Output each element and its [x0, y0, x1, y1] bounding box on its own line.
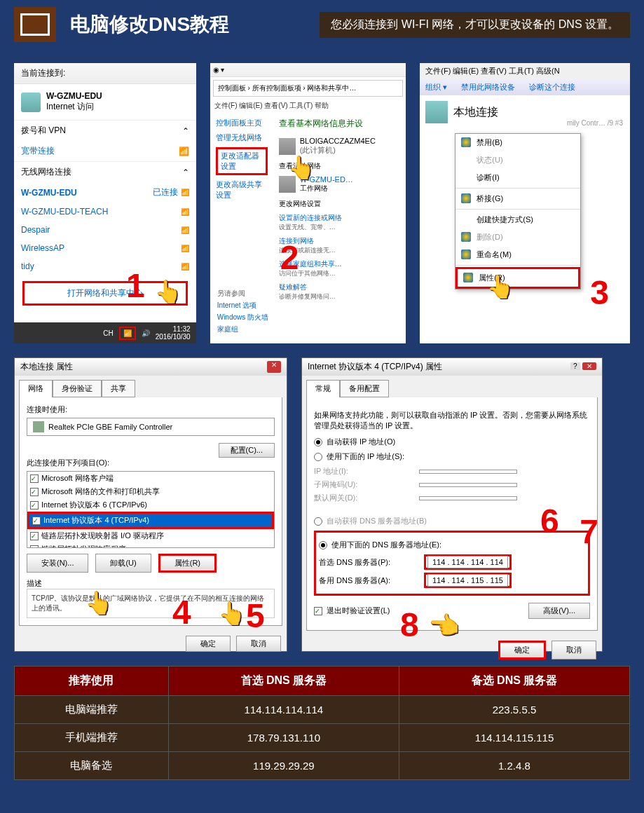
wifi-item[interactable]: W-GZMU-EDU已连接 📶 — [14, 182, 196, 203]
checkbox[interactable] — [30, 501, 39, 510]
dial-vpn-section[interactable]: 拨号和 VPN⌃ — [14, 120, 196, 141]
table-row: 电脑备选 119.29.29.29 1.2.4.8 — [15, 752, 630, 780]
cancel-button[interactable]: 取消 — [236, 636, 281, 652]
mask-input — [419, 483, 517, 487]
organize-button[interactable]: 组织 ▾ — [425, 82, 447, 93]
manage-wifi[interactable]: 管理无线网络 — [216, 132, 268, 143]
tab-alternate[interactable]: 备用配置 — [340, 380, 389, 397]
ok-button[interactable]: 确定 — [186, 636, 231, 652]
broadband-item[interactable]: 宽带连接📶 — [14, 141, 196, 161]
manual-ip-radio[interactable]: 使用下面的 IP 地址(S): — [314, 451, 590, 462]
dialog-title: Internet 协议版本 4 (TCP/IPv4) 属性 ? ✕ — [302, 358, 602, 376]
menubar[interactable]: 文件(F) 编辑(E) 查看(V) 工具(T) 高级(N — [420, 63, 630, 79]
checkbox[interactable] — [30, 488, 39, 496]
checkbox[interactable] — [30, 545, 39, 549]
taskbar: CH 📶 🔊 11:32 2016/10/30 — [14, 322, 196, 343]
checkbox[interactable] — [30, 532, 39, 540]
volume-icon[interactable]: 🔊 — [142, 329, 150, 337]
step-number: 2 — [280, 238, 299, 277]
tab-auth[interactable]: 身份验证 — [53, 380, 102, 397]
help-button[interactable]: ? — [570, 362, 580, 370]
context-bridge[interactable]: 桥接(G) — [455, 190, 580, 207]
change-adapter-link[interactable]: 更改适配器设置 — [216, 147, 268, 175]
uninstall-button[interactable]: 卸载(U) — [95, 554, 151, 573]
shield-icon — [461, 232, 471, 242]
breadcrumb[interactable]: 控制面板 › 所有控制面板项 › 网络和共享中… — [213, 80, 404, 97]
checkbox — [314, 607, 322, 615]
context-status: 状态(U) — [455, 151, 580, 169]
troubleshoot[interactable]: 疑难解答 — [279, 282, 401, 292]
advanced-sharing[interactable]: 更改高级共享设置 — [216, 179, 268, 200]
ip-input — [419, 470, 517, 474]
adapter-icon — [33, 421, 44, 432]
close-button[interactable]: ✕ — [582, 362, 596, 370]
disable-device-button[interactable]: 禁用此网络设备 — [461, 82, 515, 93]
properties-button[interactable]: 属性(R) — [158, 554, 217, 573]
tab-general[interactable]: 常规 — [306, 380, 340, 397]
auto-ip-radio[interactable]: 自动获得 IP 地址(O) — [314, 437, 590, 447]
wifi-item[interactable]: W-GZMU-EDU-TEACH📶 — [14, 203, 196, 221]
pointer-hand-icon: 👆 — [486, 273, 514, 300]
manual-dns-radio[interactable]: 使用下面的 DNS 服务器地址(E): — [319, 540, 585, 550]
wifi-item[interactable]: WirelessAP📶 — [14, 239, 196, 257]
tabs: 网络 身份验证 共享 — [19, 380, 282, 397]
diagnose-button[interactable]: 诊断这个连接 — [529, 82, 575, 93]
wifi-item[interactable]: Despair📶 — [14, 221, 196, 239]
see-also: 另请参阅 Internet 选项 Windows 防火墙 家庭组 — [217, 289, 268, 336]
connection-properties-dialog: 本地连接 属性 ✕ 网络 身份验证 共享 连接时使用: Realtek PCIe… — [14, 357, 287, 652]
context-diagnose[interactable]: 诊断(I) — [455, 169, 580, 186]
adapter-display: Realtek PCIe GBE Family Controller — [27, 418, 275, 436]
dns1-input[interactable]: 114 . 114 . 114 . 114 — [427, 556, 508, 568]
table-row: 手机端推荐 178.79.131.110 114.114.115.115 — [15, 724, 630, 752]
protocol-list[interactable]: Microsoft 网络客户端 Microsoft 网络的文件和打印机共享 In… — [27, 471, 275, 548]
step-number: 5 — [246, 596, 265, 635]
tab-sharing[interactable]: 共享 — [102, 380, 135, 397]
page-title: 电脑修改DNS教程 — [70, 11, 229, 38]
monitor-icon — [14, 7, 56, 42]
section-title: 查看基本网络信息并设 — [279, 118, 401, 130]
checkbox[interactable] — [30, 474, 39, 483]
context-properties[interactable]: 属性(R) — [455, 267, 580, 289]
context-shortcut[interactable]: 创建快捷方式(S) — [455, 211, 580, 228]
shield-icon — [461, 137, 471, 147]
current-label: 当前连接到: — [14, 63, 196, 84]
network-flyout: 当前连接到: W-GZMU-EDU Internet 访问 拨号和 VPN⌃ 宽… — [14, 63, 196, 343]
pointer-hand-icon: 👆 — [85, 589, 113, 616]
context-disable[interactable]: 禁用(B) — [455, 134, 580, 151]
adapter-settings: 文件(F) 编辑(E) 查看(V) 工具(T) 高级(N 组织 ▾ 禁用此网络设… — [420, 63, 630, 343]
menubar[interactable]: 文件(F) 编辑(E) 查看(V) 工具(T) 帮助 — [210, 100, 406, 112]
install-button[interactable]: 安装(N)... — [27, 554, 88, 573]
network-icon — [21, 93, 41, 112]
step-number: 4 — [172, 593, 191, 631]
checkbox — [32, 517, 41, 525]
shield-icon — [463, 273, 473, 282]
pointer-hand-icon: 👆 — [287, 154, 315, 181]
cancel-button[interactable]: 取消 — [551, 641, 596, 660]
header-note: 您必须连接到 WI-FI 网络，才可以更改设备的 DNS 设置。 — [320, 12, 630, 38]
tcpipv4-dialog: Internet 协议版本 4 (TCP/IPv4) 属性 ? ✕ 常规 备用配… — [301, 357, 603, 652]
tcpipv4-item[interactable]: Internet 协议版本 4 (TCP/IPv4) — [27, 512, 274, 529]
dns2-input[interactable]: 114 . 114 . 115 . 115 — [427, 574, 508, 587]
gateway-input — [419, 496, 517, 500]
ok-button[interactable]: 确定 — [498, 641, 546, 660]
pointer-hand-icon: 👆 — [218, 600, 246, 627]
wireless-section[interactable]: 无线网络连接⌃ — [14, 161, 196, 182]
step-number: 6 — [540, 502, 559, 540]
configure-button[interactable]: 配置(C)... — [219, 443, 275, 458]
control-panel-home[interactable]: 控制面板主页 — [216, 118, 268, 128]
context-rename[interactable]: 重命名(M) — [455, 246, 580, 264]
network-tray-icon[interactable]: 📶 — [119, 327, 136, 340]
dns-table: 推荐使用 首选 DNS 服务器 备选 DNS 服务器 电脑端推荐 114.114… — [14, 666, 630, 780]
sidebar: 控制面板主页 管理无线网络 更改适配器设置 更改高级共享设置 — [210, 112, 273, 307]
wifi-item[interactable]: tidy📶 — [14, 257, 196, 275]
shield-icon — [461, 193, 471, 203]
shield-icon — [461, 250, 471, 259]
close-button[interactable]: ✕ — [267, 361, 281, 373]
setup-connection[interactable]: 设置新的连接或网络 — [279, 213, 401, 223]
pointer-hand-icon: 👆 — [154, 278, 182, 305]
header: 电脑修改DNS教程 您必须连接到 WI-FI 网络，才可以更改设备的 DNS 设… — [0, 0, 644, 49]
advanced-button[interactable]: 高级(V)... — [528, 603, 590, 619]
tab-network[interactable]: 网络 — [19, 380, 53, 397]
context-delete: 删除(D) — [455, 228, 580, 246]
pointer-hand-icon: 👈 — [428, 611, 460, 641]
